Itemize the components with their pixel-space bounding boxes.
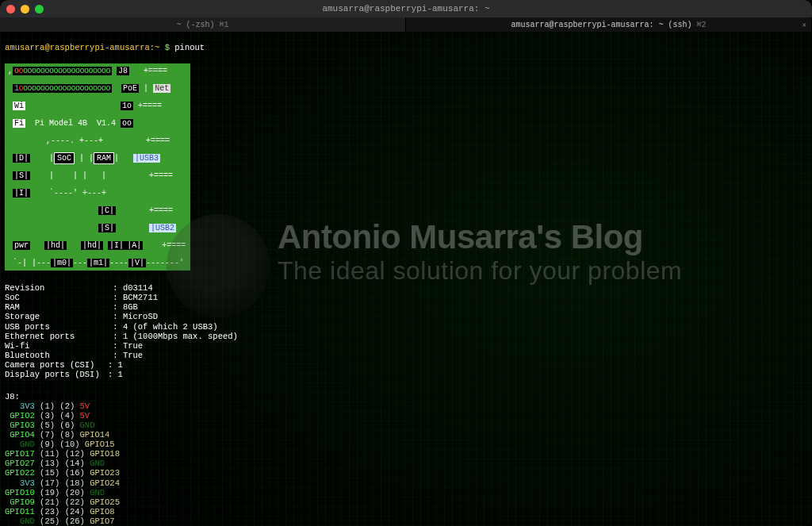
tab-shortcut: ⌘2 [697, 20, 707, 29]
j8-label: J8 [117, 67, 129, 75]
system-info: Revision : d03114 SoC : BCM2711 RAM : 8G… [5, 283, 807, 379]
net-port: Net [153, 84, 170, 93]
info-revision: d03114 [123, 283, 153, 293]
info-storage: MicroSD [123, 312, 158, 321]
prompt-user-host: amusarra@raspberrypi-amusarra: [5, 43, 155, 52]
tab-shortcut: ⌘1 [219, 20, 228, 29]
board-ascii-art: ,oooooooooooooooooooooo J8 +==== 1oooooo… [5, 63, 190, 271]
pwr-label: pwr [13, 241, 30, 250]
info-ram: 8GB [123, 302, 138, 312]
ram-chip: RAM [94, 152, 114, 164]
command-text: pinout [174, 43, 205, 52]
prompt-symbol: $ [165, 43, 170, 52]
info-usb: 4 (of which 2 USB3) [123, 322, 218, 332]
close-tab-icon[interactable]: ✕ [802, 21, 806, 29]
tab-label: amusarra@raspberrypi-amusarra: ~ (ssh) [511, 21, 691, 29]
terminal-output[interactable]: amusarra@raspberrypi-amusarra:~ $ pinout… [0, 32, 812, 526]
usb2-port: |USB2 [149, 224, 176, 232]
gpio-header-row2: 1ooooooooooooooooooooo [13, 84, 112, 93]
j8-header: J8: [5, 392, 20, 401]
tab-ssh[interactable]: amusarra@raspberrypi-amusarra: ~ (ssh) ⌘… [406, 17, 812, 32]
poe-label: PoE [121, 84, 139, 93]
info-soc: BCM2711 [123, 293, 158, 302]
info-bt: True [123, 351, 143, 360]
info-dsi: 1 [118, 370, 123, 379]
info-csi: 1 [118, 360, 123, 370]
wifi-label-1: Wi [13, 102, 25, 110]
window-title: amusarra@raspberrypi-amusarra: ~ [0, 4, 812, 13]
j8-pin-table: J8: 3V3 (1) (2) 5V GPIO2 (3) (4) 5V GPIO… [5, 392, 807, 526]
info-eth: 1 (1000Mbps max. speed) [123, 332, 238, 341]
prompt-cwd: ~ [155, 43, 159, 52]
window-titlebar[interactable]: amusarra@raspberrypi-amusarra: ~ [0, 0, 812, 17]
gpio-header-row1: oooooooooooooooooooooo [13, 67, 112, 75]
tab-label: ~ (-zsh) [176, 21, 214, 29]
tab-bar: ~ (-zsh) ⌘1 amusarra@raspberrypi-amusarr… [0, 17, 812, 32]
info-wifi: True [123, 341, 143, 351]
usb3-port: |USB3 [133, 154, 160, 163]
soc-chip: SoC [54, 152, 75, 164]
tab-zsh[interactable]: ~ (-zsh) ⌘1 [0, 17, 406, 32]
model-text: Pi Model 4B V1.4 [35, 119, 116, 128]
wifi-label-2: Fi [13, 119, 25, 128]
